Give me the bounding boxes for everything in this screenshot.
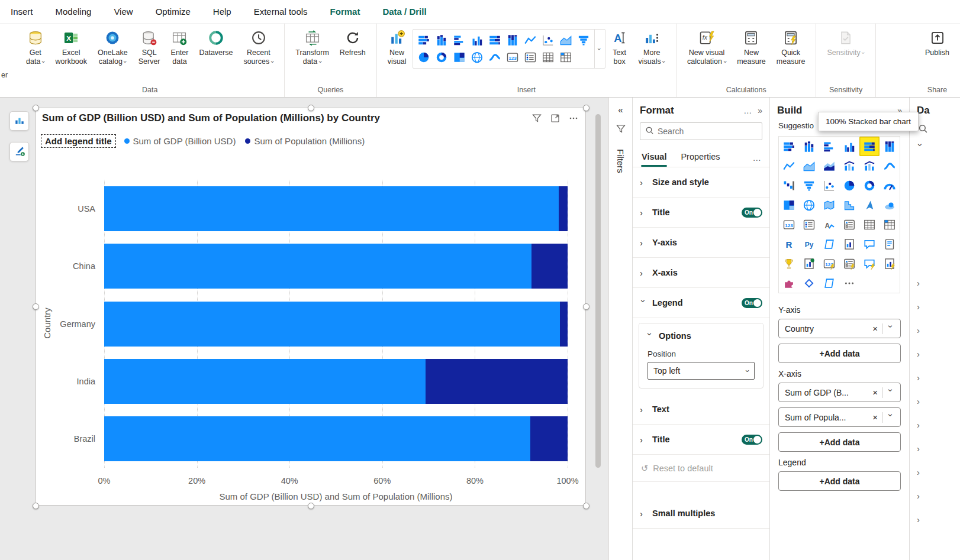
resize-handle[interactable] (308, 503, 314, 509)
bar-segment-sum-of-gdp-billion-usd[interactable] (104, 302, 560, 347)
field-dropdown-icon[interactable]: › (882, 412, 899, 422)
visual-type-new-card[interactable]: 123 (819, 254, 839, 273)
menu-item-format[interactable]: Format (330, 7, 360, 17)
ribbon-button-more-visuals[interactable]: Morevisuals › (634, 26, 670, 69)
gallery-icon-col-s[interactable] (434, 33, 449, 48)
legend-item[interactable]: Sum of GDP (Billion USD) (124, 136, 236, 146)
toggle-legend[interactable]: On (742, 298, 762, 308)
gallery-icon-bar-c[interactable] (452, 33, 467, 48)
visual-type-line-and-clustered-column-chart[interactable] (859, 156, 880, 176)
ribbon-button-enter-data[interactable]: Enterdata (166, 26, 194, 69)
remove-field-icon[interactable]: × (868, 412, 882, 422)
visual-type-r-script-visual[interactable]: R (779, 234, 799, 254)
field-dropdown-icon[interactable]: › (882, 323, 899, 334)
gallery-icon-col-100[interactable] (505, 33, 520, 48)
ribbon-button-get-data[interactable]: Getdata › (21, 26, 49, 69)
gallery-icon-donut[interactable] (434, 50, 449, 65)
gallery-icon-bar-100[interactable] (487, 33, 502, 48)
bar-segment-sum-of-population-millions[interactable] (530, 416, 568, 461)
visual-type-reference-labels[interactable] (880, 254, 900, 273)
bar-segment-sum-of-population-millions[interactable] (560, 302, 568, 347)
visual-type-stacked-column-chart[interactable] (799, 137, 819, 156)
ribbon-button-publish[interactable]: Publish (920, 26, 954, 60)
ribbon-button-transform-data[interactable]: Transformdata › (291, 26, 334, 69)
visual-type-clustered-column-chart[interactable] (839, 137, 859, 156)
resize-handle[interactable] (33, 503, 39, 509)
visual-type-funnel-chart[interactable] (799, 176, 819, 195)
visual-type-arcgis-map[interactable] (880, 195, 900, 215)
ribbon-button-new-visual-calculation[interactable]: fxNew visualcalculation › (682, 26, 731, 69)
visual-type-donut-chart[interactable] (859, 176, 880, 195)
visual-type-line-chart[interactable] (779, 156, 799, 176)
add-data-button-y-axis[interactable]: +Add data (778, 344, 901, 363)
format-section-title[interactable]: ›TitleOn (633, 425, 769, 455)
visual-type-clustered-bar-chart[interactable] (819, 137, 839, 156)
expand-pane-icon[interactable]: « (618, 105, 623, 115)
visual-type-filled-map[interactable] (819, 195, 839, 215)
visual-type-azure-map[interactable] (859, 195, 880, 215)
visual-type-key-influencers[interactable] (819, 234, 839, 254)
visual-type-card[interactable]: 123 (779, 215, 799, 234)
resize-handle[interactable] (583, 503, 589, 509)
remove-field-icon[interactable]: × (868, 323, 882, 334)
more-options-icon[interactable]: … (743, 106, 752, 115)
visual-type-slicer[interactable] (839, 215, 859, 234)
add-data-button-x-axis[interactable]: +Add data (778, 432, 901, 452)
data-pane-expander[interactable]: › (910, 342, 960, 365)
visual-type-gauge-chart[interactable] (880, 176, 900, 195)
visual-type-new-slicer[interactable] (839, 254, 859, 273)
on-object-visual-button[interactable] (9, 111, 29, 131)
format-search[interactable] (640, 122, 762, 140)
toggle-title[interactable]: On (742, 208, 762, 218)
ribbon-button-excel-workbook[interactable]: XExcelworkbook (50, 26, 92, 69)
visual-type-kpi[interactable]: A (819, 215, 839, 234)
bar-usa[interactable] (104, 186, 568, 231)
menu-item-modeling[interactable]: Modeling (56, 7, 92, 17)
collapse-pane-icon[interactable]: » (758, 106, 762, 115)
format-section-y-axis[interactable]: ›Y-axis (633, 228, 769, 258)
bar-segment-sum-of-gdp-billion-usd[interactable] (104, 244, 531, 289)
menu-item-optimize[interactable]: Optimize (156, 7, 191, 17)
resize-handle[interactable] (583, 105, 589, 111)
visual-type-get-more-visuals[interactable] (839, 273, 859, 293)
field-pill-sum-of-gdp-b[interactable]: Sum of GDP (B...×› (778, 383, 901, 402)
remove-field-icon[interactable]: × (868, 387, 882, 397)
bar-segment-sum-of-gdp-billion-usd[interactable] (104, 359, 426, 404)
filter-icon[interactable] (616, 124, 626, 136)
visual-type-100-stacked-bar-chart[interactable] (859, 137, 880, 156)
add-data-button-legend[interactable]: +Add data (778, 471, 901, 491)
ribbon-button-dataverse[interactable]: Dataverse (194, 26, 237, 60)
data-pane-expander[interactable]: › (910, 271, 960, 294)
ribbon-button-quick-measure[interactable]: Quickmeasure (772, 26, 810, 69)
search-input[interactable] (658, 127, 765, 136)
tab-visual[interactable]: Visual (641, 148, 667, 167)
ribbon-button-new-measure[interactable]: Newmeasure (732, 26, 771, 69)
data-pane-expander[interactable]: › (910, 484, 960, 507)
menu-item-view[interactable]: View (114, 7, 133, 17)
legend-title-placeholder[interactable]: Add legend title (41, 134, 116, 148)
visual-type-goals[interactable] (779, 254, 799, 273)
bar-china[interactable] (104, 244, 568, 289)
visual-type-python-visual[interactable]: Py (799, 234, 819, 254)
resize-handle[interactable] (308, 105, 314, 111)
visual-type-100-stacked-column-chart[interactable] (880, 137, 900, 156)
gallery-expand-button[interactable]: › (594, 30, 605, 68)
visual-type-stacked-area-chart[interactable] (819, 156, 839, 176)
bar-segment-sum-of-population-millions[interactable] (426, 359, 568, 404)
format-section-size-and-style[interactable]: ›Size and style (633, 167, 769, 198)
visual-type-power-apps[interactable] (779, 273, 799, 293)
bar-segment-sum-of-population-millions[interactable] (559, 186, 568, 231)
ribbon-button-sensitivity[interactable]: Sensitivity › (822, 26, 869, 60)
focus-mode-icon[interactable] (550, 114, 560, 123)
visual-type-map[interactable] (799, 195, 819, 215)
on-object-format-button[interactable] (9, 142, 29, 161)
report-canvas[interactable]: Sum of GDP (Billion USD) and Sum of Popu… (0, 98, 608, 560)
bar-segment-sum-of-population-millions[interactable] (531, 244, 568, 289)
bar-india[interactable] (104, 359, 568, 404)
visual-type-power-automate[interactable] (799, 273, 819, 293)
gallery-icon-mcard[interactable] (523, 50, 538, 65)
gallery-icon-pie[interactable] (416, 50, 431, 65)
toggle-title[interactable]: On (742, 435, 762, 445)
visual-type-waterfall-chart[interactable] (779, 176, 799, 195)
data-pane-expander[interactable]: › (910, 436, 960, 460)
